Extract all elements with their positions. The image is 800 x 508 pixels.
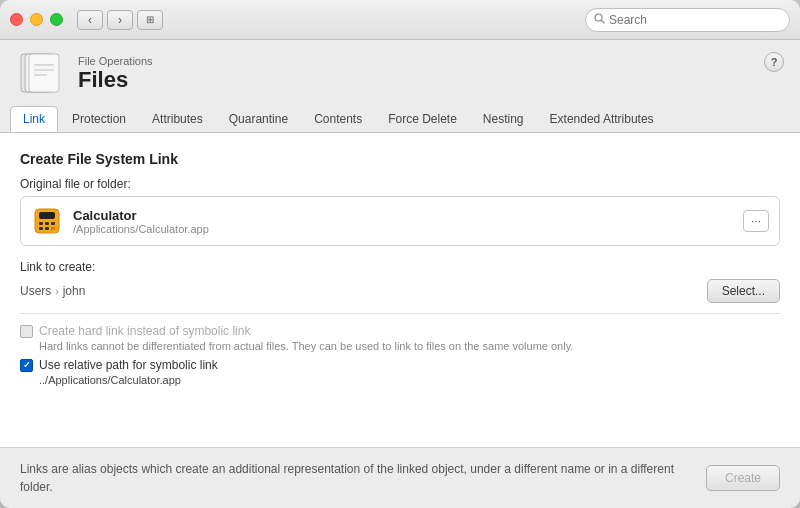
- svg-rect-13: [39, 227, 43, 230]
- relative-path-option: Use relative path for symbolic link ../A…: [20, 358, 780, 386]
- original-label: Original file or folder:: [20, 177, 780, 191]
- breadcrumb-part2: john: [63, 284, 86, 298]
- hard-link-option: Create hard link instead of symbolic lin…: [20, 324, 780, 352]
- footer: Links are alias objects which create an …: [0, 447, 800, 508]
- create-button[interactable]: Create: [706, 465, 780, 491]
- grid-button[interactable]: ⊞: [137, 10, 163, 30]
- tab-extended-attributes[interactable]: Extended Attributes: [538, 107, 666, 131]
- search-input[interactable]: [609, 13, 781, 27]
- search-icon: [594, 13, 605, 27]
- relative-path-value: ../Applications/Calculator.app: [39, 374, 780, 386]
- back-button[interactable]: ‹: [77, 10, 103, 30]
- relative-path-checkbox-row: Use relative path for symbolic link: [20, 358, 780, 372]
- tab-attributes[interactable]: Attributes: [140, 107, 215, 131]
- svg-rect-11: [45, 222, 49, 225]
- svg-point-0: [595, 14, 602, 21]
- svg-rect-12: [51, 222, 55, 225]
- more-button[interactable]: ···: [743, 210, 769, 232]
- file-item-details: Calculator /Applications/Calculator.app: [73, 208, 743, 235]
- file-item-box: Calculator /Applications/Calculator.app …: [20, 196, 780, 246]
- maximize-button[interactable]: [50, 13, 63, 26]
- hard-link-checkbox[interactable]: [20, 325, 33, 338]
- header-text: File Operations Files: [78, 55, 750, 93]
- svg-rect-4: [29, 54, 59, 92]
- tab-protection[interactable]: Protection: [60, 107, 138, 131]
- minimize-button[interactable]: [30, 13, 43, 26]
- select-button[interactable]: Select...: [707, 279, 780, 303]
- header-section: File Operations Files ?: [0, 40, 800, 106]
- relative-path-checkbox[interactable]: [20, 359, 33, 372]
- forward-button[interactable]: ›: [107, 10, 133, 30]
- calculator-icon: [31, 205, 63, 237]
- main-content: Create File System Link Original file or…: [0, 133, 800, 447]
- svg-rect-16: [51, 227, 55, 230]
- info-text: Links are alias objects which create an …: [20, 460, 690, 496]
- search-bar: [585, 8, 790, 32]
- svg-line-1: [602, 20, 605, 23]
- link-to-create-row: Users › john Select...: [20, 279, 780, 303]
- header-category: File Operations: [78, 55, 750, 67]
- relative-path-label: Use relative path for symbolic link: [39, 358, 218, 372]
- tab-bar: Link Protection Attributes Quarantine Co…: [0, 106, 800, 133]
- separator: [20, 313, 780, 314]
- section-title: Create File System Link: [20, 151, 780, 167]
- nav-buttons: ‹ ›: [77, 10, 133, 30]
- svg-rect-14: [45, 227, 49, 230]
- hard-link-checkbox-row: Create hard link instead of symbolic lin…: [20, 324, 780, 338]
- tab-force-delete[interactable]: Force Delete: [376, 107, 469, 131]
- breadcrumb-separator: ›: [55, 286, 58, 297]
- tab-link[interactable]: Link: [10, 106, 58, 132]
- hard-link-label: Create hard link instead of symbolic lin…: [39, 324, 250, 338]
- traffic-lights: [10, 13, 63, 26]
- file-item-path: /Applications/Calculator.app: [73, 223, 743, 235]
- close-button[interactable]: [10, 13, 23, 26]
- breadcrumb-part1: Users: [20, 284, 51, 298]
- help-button[interactable]: ?: [764, 52, 784, 72]
- tab-nesting[interactable]: Nesting: [471, 107, 536, 131]
- svg-rect-10: [39, 222, 43, 225]
- hard-link-sublabel: Hard links cannot be differentiated from…: [39, 340, 780, 352]
- link-to-create-label: Link to create:: [20, 260, 780, 274]
- svg-rect-9: [39, 212, 55, 219]
- main-window: ‹ › ⊞ File Oper: [0, 0, 800, 508]
- tab-contents[interactable]: Contents: [302, 107, 374, 131]
- breadcrumb: Users › john: [20, 284, 707, 298]
- app-icon: [16, 50, 64, 98]
- file-item-name: Calculator: [73, 208, 743, 223]
- tab-quarantine[interactable]: Quarantine: [217, 107, 300, 131]
- titlebar: ‹ › ⊞: [0, 0, 800, 40]
- header-title: Files: [78, 67, 750, 93]
